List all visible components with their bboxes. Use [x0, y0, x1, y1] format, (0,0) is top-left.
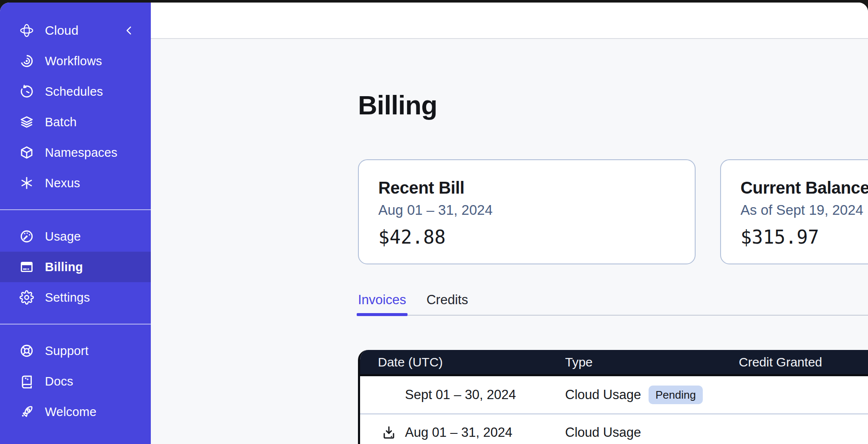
usage-gauge-icon	[19, 229, 34, 244]
type-cell: Cloud Usage	[565, 425, 739, 440]
icon-placeholder	[381, 387, 397, 402]
sidebar-item-namespaces[interactable]: Namespaces	[0, 137, 151, 168]
column-header-credit-granted: Credit Granted	[739, 355, 868, 369]
date-cell: Aug 01 – 31, 2024	[360, 425, 565, 440]
batch-layers-icon	[19, 115, 34, 129]
billing-tabs: Invoices Credits	[358, 293, 868, 316]
docs-book-icon	[19, 374, 34, 388]
card-amount: $42.88	[378, 226, 675, 248]
table-header: Date (UTC) Type Credit Granted	[360, 350, 868, 376]
main-content: Billing Recent Bill Aug 01 – 31, 2024 $4…	[151, 40, 868, 444]
card-title: Current Balance	[740, 178, 868, 197]
table-row: Sept 01 – 30, 2024 Cloud Usage Pending	[360, 376, 868, 413]
invoices-table: Date (UTC) Type Credit Granted Sept 01 –…	[358, 350, 868, 444]
sidebar-item-label: Settings	[45, 291, 90, 305]
download-icon[interactable]	[381, 425, 397, 440]
invoice-type: Cloud Usage	[565, 387, 641, 402]
invoice-date: Aug 01 – 31, 2024	[405, 425, 512, 440]
sidebar: Cloud Workflows Schedules Batch	[0, 3, 151, 444]
card-subtitle: As of Sept 19, 2024	[740, 202, 868, 219]
status-badge-pending: Pending	[649, 386, 702, 404]
column-header-type: Type	[565, 355, 739, 369]
date-cell: Sept 01 – 30, 2024	[360, 387, 565, 402]
card-subtitle: Aug 01 – 31, 2024	[378, 202, 675, 219]
workflows-spiral-icon	[19, 54, 34, 68]
sidebar-item-label: Usage	[45, 230, 81, 244]
sidebar-item-label: Support	[45, 344, 89, 358]
namespaces-cube-icon	[19, 145, 34, 160]
welcome-rocket-icon	[19, 405, 34, 419]
card-amount: $315.97	[740, 226, 868, 248]
sidebar-item-nexus[interactable]: Nexus	[0, 168, 151, 198]
card-title: Recent Bill	[378, 178, 675, 197]
chevron-left-icon[interactable]	[123, 24, 136, 37]
sidebar-item-support[interactable]: Support	[0, 336, 151, 366]
sidebar-divider	[0, 209, 151, 210]
schedules-clock-icon	[19, 84, 34, 99]
invoice-date: Sept 01 – 30, 2024	[405, 387, 516, 402]
sidebar-brand-cloud[interactable]: Cloud	[0, 15, 151, 46]
sidebar-item-label: Namespaces	[45, 146, 117, 160]
column-header-date: Date (UTC)	[360, 355, 565, 369]
billing-card-icon	[19, 260, 34, 274]
sidebar-item-label: Batch	[45, 115, 77, 129]
sidebar-item-schedules[interactable]: Schedules	[0, 76, 151, 107]
type-cell: Cloud Usage Pending	[565, 386, 739, 404]
sidebar-item-welcome[interactable]: Welcome	[0, 397, 151, 427]
sidebar-item-settings[interactable]: Settings	[0, 282, 151, 313]
sidebar-brand-label: Cloud	[45, 23, 78, 38]
sidebar-item-usage[interactable]: Usage	[0, 221, 151, 252]
sidebar-item-label: Docs	[45, 375, 73, 388]
tab-credits[interactable]: Credits	[427, 293, 468, 315]
sidebar-item-label: Nexus	[45, 176, 80, 190]
sidebar-item-billing[interactable]: Billing	[0, 252, 151, 282]
sidebar-item-label: Welcome	[45, 405, 97, 419]
temporal-cloud-icon	[19, 23, 34, 38]
topbar	[151, 3, 868, 39]
sidebar-item-workflows[interactable]: Workflows	[0, 46, 151, 76]
app-window: Cloud Workflows Schedules Batch	[0, 3, 868, 444]
sidebar-item-docs[interactable]: Docs	[0, 366, 151, 397]
tab-invoices[interactable]: Invoices	[358, 293, 406, 315]
settings-gear-icon	[19, 290, 34, 305]
current-balance-card: Current Balance As of Sept 19, 2024 $315…	[720, 159, 868, 264]
invoice-type: Cloud Usage	[565, 425, 641, 440]
sidebar-item-label: Schedules	[45, 85, 103, 99]
page-title: Billing	[358, 90, 437, 120]
support-lifebuoy-icon	[19, 344, 34, 358]
nexus-asterisk-icon	[19, 176, 34, 190]
table-row: Aug 01 – 31, 2024 Cloud Usage	[360, 413, 868, 444]
sidebar-divider	[0, 324, 151, 325]
sidebar-item-label: Billing	[45, 260, 83, 274]
sidebar-item-label: Workflows	[45, 54, 102, 68]
recent-bill-card: Recent Bill Aug 01 – 31, 2024 $42.88	[358, 159, 696, 264]
sidebar-item-batch[interactable]: Batch	[0, 107, 151, 137]
